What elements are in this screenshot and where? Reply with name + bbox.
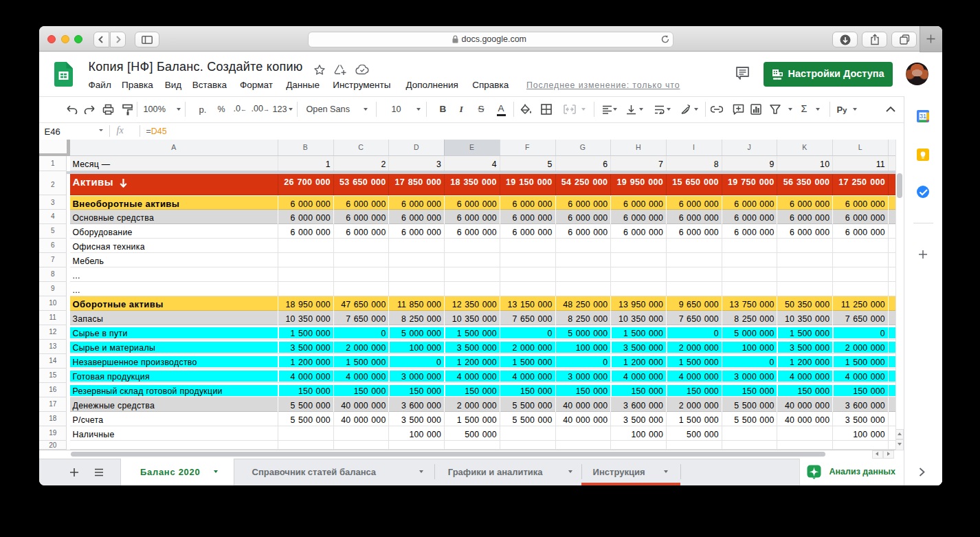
svg-text:31: 31 bbox=[920, 113, 926, 120]
